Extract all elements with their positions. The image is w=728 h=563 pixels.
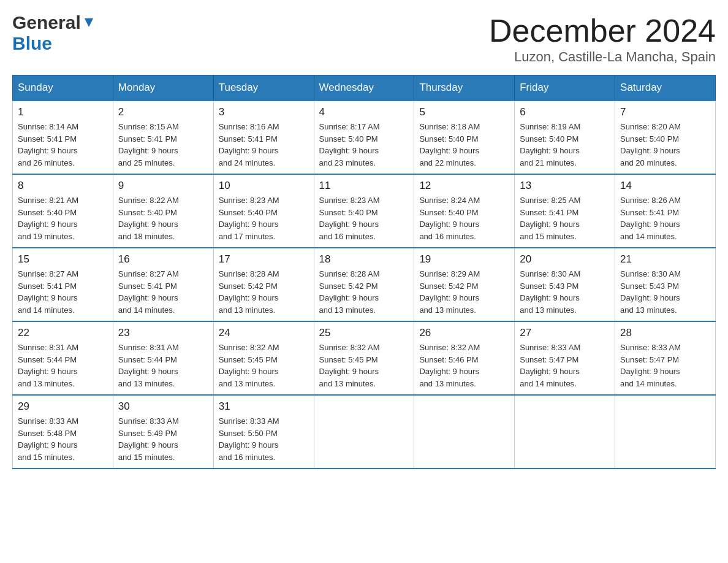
day-info: Sunrise: 8:33 AM Sunset: 5:49 PM Dayligh…	[118, 415, 208, 463]
day-info: Sunrise: 8:29 AM Sunset: 5:42 PM Dayligh…	[419, 268, 509, 316]
calendar-cell: 31 Sunrise: 8:33 AM Sunset: 5:50 PM Dayl…	[213, 395, 314, 469]
week-row-5: 29 Sunrise: 8:33 AM Sunset: 5:48 PM Dayl…	[13, 395, 716, 469]
calendar-cell: 13 Sunrise: 8:25 AM Sunset: 5:41 PM Dayl…	[515, 174, 615, 248]
day-info: Sunrise: 8:32 AM Sunset: 5:46 PM Dayligh…	[419, 342, 509, 389]
day-number: 1	[18, 106, 108, 118]
calendar-cell: 27 Sunrise: 8:33 AM Sunset: 5:47 PM Dayl…	[515, 321, 615, 395]
day-number: 21	[620, 253, 710, 266]
day-info: Sunrise: 8:16 AM Sunset: 5:41 PM Dayligh…	[219, 121, 309, 169]
day-info: Sunrise: 8:33 AM Sunset: 5:48 PM Dayligh…	[18, 415, 108, 463]
day-number: 25	[319, 327, 409, 339]
day-number: 27	[520, 327, 610, 339]
calendar-cell: 20 Sunrise: 8:30 AM Sunset: 5:43 PM Dayl…	[515, 248, 615, 321]
calendar-cell: 4 Sunrise: 8:17 AM Sunset: 5:40 PM Dayli…	[314, 101, 414, 174]
calendar-cell: 22 Sunrise: 8:31 AM Sunset: 5:44 PM Dayl…	[13, 321, 113, 395]
header-monday: Monday	[113, 75, 213, 101]
day-number: 30	[118, 400, 208, 413]
day-number: 17	[219, 253, 309, 266]
day-info: Sunrise: 8:28 AM Sunset: 5:42 PM Dayligh…	[319, 268, 409, 316]
day-info: Sunrise: 8:33 AM Sunset: 5:47 PM Dayligh…	[520, 342, 610, 389]
day-info: Sunrise: 8:31 AM Sunset: 5:44 PM Dayligh…	[18, 342, 108, 389]
day-number: 20	[520, 253, 610, 266]
calendar-cell: 2 Sunrise: 8:15 AM Sunset: 5:41 PM Dayli…	[113, 101, 213, 174]
day-info: Sunrise: 8:27 AM Sunset: 5:41 PM Dayligh…	[118, 268, 208, 316]
day-info: Sunrise: 8:24 AM Sunset: 5:40 PM Dayligh…	[419, 194, 509, 242]
day-number: 12	[419, 180, 509, 192]
day-info: Sunrise: 8:32 AM Sunset: 5:45 PM Dayligh…	[319, 342, 409, 389]
day-number: 7	[620, 106, 710, 118]
month-title: December 2024	[489, 12, 716, 49]
day-number: 15	[18, 253, 108, 266]
calendar-cell: 6 Sunrise: 8:19 AM Sunset: 5:40 PM Dayli…	[515, 101, 615, 174]
day-info: Sunrise: 8:26 AM Sunset: 5:41 PM Dayligh…	[620, 194, 710, 242]
calendar-header-row: Sunday Monday Tuesday Wednesday Thursday…	[13, 75, 716, 101]
day-number: 28	[620, 327, 710, 339]
title-area: December 2024 Luzon, Castille-La Mancha,…	[489, 12, 716, 65]
calendar-cell: 3 Sunrise: 8:16 AM Sunset: 5:41 PM Dayli…	[213, 101, 314, 174]
day-info: Sunrise: 8:21 AM Sunset: 5:40 PM Dayligh…	[18, 194, 108, 242]
calendar-cell: 9 Sunrise: 8:22 AM Sunset: 5:40 PM Dayli…	[113, 174, 213, 248]
day-number: 16	[118, 253, 208, 266]
week-row-2: 8 Sunrise: 8:21 AM Sunset: 5:40 PM Dayli…	[13, 174, 716, 248]
week-row-1: 1 Sunrise: 8:14 AM Sunset: 5:41 PM Dayli…	[13, 101, 716, 174]
header-tuesday: Tuesday	[213, 75, 314, 101]
day-number: 5	[419, 106, 509, 118]
calendar-cell: 24 Sunrise: 8:32 AM Sunset: 5:45 PM Dayl…	[213, 321, 314, 395]
calendar-cell: 19 Sunrise: 8:29 AM Sunset: 5:42 PM Dayl…	[414, 248, 515, 321]
calendar-cell	[314, 395, 414, 469]
day-number: 31	[219, 400, 309, 413]
day-number: 8	[18, 180, 108, 192]
calendar-cell: 30 Sunrise: 8:33 AM Sunset: 5:49 PM Dayl…	[113, 395, 213, 469]
calendar-cell: 26 Sunrise: 8:32 AM Sunset: 5:46 PM Dayl…	[414, 321, 515, 395]
calendar-cell	[615, 395, 716, 469]
calendar-cell: 28 Sunrise: 8:33 AM Sunset: 5:47 PM Dayl…	[615, 321, 716, 395]
day-info: Sunrise: 8:30 AM Sunset: 5:43 PM Dayligh…	[620, 268, 710, 316]
calendar-cell: 29 Sunrise: 8:33 AM Sunset: 5:48 PM Dayl…	[13, 395, 113, 469]
calendar-cell: 1 Sunrise: 8:14 AM Sunset: 5:41 PM Dayli…	[13, 101, 113, 174]
location-subtitle: Luzon, Castille-La Mancha, Spain	[489, 49, 716, 65]
calendar-cell: 17 Sunrise: 8:28 AM Sunset: 5:42 PM Dayl…	[213, 248, 314, 321]
day-info: Sunrise: 8:22 AM Sunset: 5:40 PM Dayligh…	[118, 194, 208, 242]
day-info: Sunrise: 8:20 AM Sunset: 5:40 PM Dayligh…	[620, 121, 710, 169]
day-number: 10	[219, 180, 309, 192]
calendar-cell: 15 Sunrise: 8:27 AM Sunset: 5:41 PM Dayl…	[13, 248, 113, 321]
calendar-cell	[414, 395, 515, 469]
day-info: Sunrise: 8:23 AM Sunset: 5:40 PM Dayligh…	[219, 194, 309, 242]
day-number: 9	[118, 180, 208, 192]
calendar-cell	[515, 395, 615, 469]
day-info: Sunrise: 8:15 AM Sunset: 5:41 PM Dayligh…	[118, 121, 208, 169]
day-number: 18	[319, 253, 409, 266]
day-number: 11	[319, 180, 409, 192]
logo: General Blue	[12, 12, 96, 54]
header-thursday: Thursday	[414, 75, 515, 101]
day-number: 14	[620, 180, 710, 192]
calendar-cell: 11 Sunrise: 8:23 AM Sunset: 5:40 PM Dayl…	[314, 174, 414, 248]
calendar-table: Sunday Monday Tuesday Wednesday Thursday…	[12, 75, 716, 469]
calendar-cell: 14 Sunrise: 8:26 AM Sunset: 5:41 PM Dayl…	[615, 174, 716, 248]
logo-general-text: General	[12, 12, 81, 33]
calendar-cell: 12 Sunrise: 8:24 AM Sunset: 5:40 PM Dayl…	[414, 174, 515, 248]
calendar-cell: 5 Sunrise: 8:18 AM Sunset: 5:40 PM Dayli…	[414, 101, 515, 174]
calendar-cell: 16 Sunrise: 8:27 AM Sunset: 5:41 PM Dayl…	[113, 248, 213, 321]
header-wednesday: Wednesday	[314, 75, 414, 101]
day-info: Sunrise: 8:31 AM Sunset: 5:44 PM Dayligh…	[118, 342, 208, 389]
day-number: 29	[18, 400, 108, 413]
week-row-3: 15 Sunrise: 8:27 AM Sunset: 5:41 PM Dayl…	[13, 248, 716, 321]
day-info: Sunrise: 8:33 AM Sunset: 5:50 PM Dayligh…	[219, 415, 309, 463]
day-info: Sunrise: 8:17 AM Sunset: 5:40 PM Dayligh…	[319, 121, 409, 169]
page-header: General Blue December 2024 Luzon, Castil…	[12, 12, 716, 65]
week-row-4: 22 Sunrise: 8:31 AM Sunset: 5:44 PM Dayl…	[13, 321, 716, 395]
calendar-cell: 8 Sunrise: 8:21 AM Sunset: 5:40 PM Dayli…	[13, 174, 113, 248]
day-number: 19	[419, 253, 509, 266]
day-info: Sunrise: 8:18 AM Sunset: 5:40 PM Dayligh…	[419, 121, 509, 169]
logo-blue-text: Blue	[12, 33, 52, 53]
day-info: Sunrise: 8:33 AM Sunset: 5:47 PM Dayligh…	[620, 342, 710, 389]
calendar-cell: 10 Sunrise: 8:23 AM Sunset: 5:40 PM Dayl…	[213, 174, 314, 248]
day-number: 13	[520, 180, 610, 192]
calendar-cell: 25 Sunrise: 8:32 AM Sunset: 5:45 PM Dayl…	[314, 321, 414, 395]
day-info: Sunrise: 8:28 AM Sunset: 5:42 PM Dayligh…	[219, 268, 309, 316]
day-number: 3	[219, 106, 309, 118]
day-info: Sunrise: 8:23 AM Sunset: 5:40 PM Dayligh…	[319, 194, 409, 242]
header-saturday: Saturday	[615, 75, 716, 101]
day-info: Sunrise: 8:32 AM Sunset: 5:45 PM Dayligh…	[219, 342, 309, 389]
